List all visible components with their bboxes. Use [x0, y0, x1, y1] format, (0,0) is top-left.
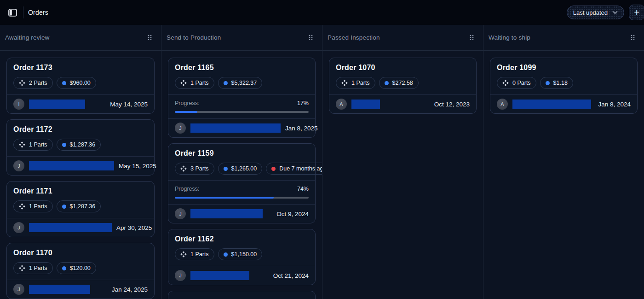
parts-count-label: 1 Parts	[29, 141, 47, 148]
sidebar-panel-icon	[8, 9, 17, 17]
parts-diamond-icon	[19, 141, 25, 148]
card-footer: J Jan 24, 2025	[7, 280, 154, 299]
parts-count-label: 2 Parts	[29, 80, 47, 86]
progress-bar-fill	[175, 197, 274, 199]
amount-label: $960.00	[70, 80, 91, 86]
parts-diamond-icon	[502, 80, 509, 86]
order-card[interactable]: Order 1165 1 Parts	[168, 58, 316, 138]
due-date-label: Oct 21, 2024	[273, 272, 309, 279]
parts-badge: 2 Parts	[13, 77, 53, 89]
order-card[interactable]: Order 1162 1 Parts	[168, 229, 316, 285]
drag-handle-icon[interactable]	[307, 33, 315, 42]
progress-percent: 17%	[297, 100, 309, 106]
avatar: J	[175, 270, 186, 281]
amount-badge: $1.18	[540, 77, 573, 89]
column-header: Waiting to ship	[483, 25, 644, 51]
avatar: I	[13, 99, 24, 110]
kanban-column: Waiting to ship Order 1099	[483, 25, 644, 299]
chevron-down-icon	[612, 11, 618, 14]
assignee-name-bar	[190, 271, 249, 280]
progress-section: Progress: 17%	[168, 95, 315, 118]
column-body: Order 1099 0 Parts	[483, 51, 644, 299]
order-card[interactable]: Order 1173 2 Parts	[6, 58, 155, 114]
sort-dropdown[interactable]: Last updated	[567, 6, 624, 19]
amount-label: $5,322.37	[231, 80, 257, 86]
column-title: Send to Production	[167, 34, 221, 41]
sidebar-toggle-button[interactable]	[6, 6, 19, 19]
drag-handle-icon[interactable]	[146, 33, 154, 42]
drag-handle-icon[interactable]	[629, 33, 637, 42]
parts-badge: 1 Parts	[336, 77, 375, 89]
progress-label: Progress:	[175, 100, 200, 106]
avatar: A	[336, 99, 347, 110]
order-title: Order 1170	[13, 249, 148, 257]
parts-badge: 1 Parts	[13, 200, 53, 212]
assignee-name-bar	[512, 100, 591, 109]
column-header: Send to Production	[161, 25, 322, 51]
parts-count-label: 1 Parts	[29, 203, 47, 210]
avatar: J	[175, 123, 186, 134]
amount-dot-icon	[62, 81, 66, 85]
amount-label: $1.18	[553, 80, 568, 86]
parts-badge: 3 Parts	[175, 163, 214, 175]
order-card[interactable]: Order 1070 1 Parts	[329, 58, 477, 114]
due-date-label: May 15, 2025	[119, 163, 156, 170]
avatar: J	[13, 284, 24, 295]
due-date-label: Jan 24, 2025	[112, 286, 148, 293]
parts-count-label: 1 Parts	[351, 80, 370, 86]
assignee-name-bar	[190, 123, 281, 133]
progress-bar-track	[175, 111, 309, 113]
avatar: J	[175, 208, 186, 219]
order-title: Order 1165	[175, 64, 309, 72]
order-title: Order 1159	[175, 149, 309, 158]
kanban-column: Send to Production Order 1165	[161, 25, 322, 299]
amount-badge: $272.58	[379, 77, 419, 89]
order-title: Order 1099	[497, 64, 631, 72]
amount-label: $1,150.00	[231, 251, 257, 258]
amount-badge: $5,322.37	[218, 77, 263, 89]
plus-icon: +	[634, 7, 639, 18]
card-footer: J May 15, 2025	[7, 157, 154, 175]
page-title: Orders	[28, 9, 48, 16]
progress-section: Progress: 74%	[168, 181, 315, 204]
amount-dot-icon	[385, 81, 389, 85]
sort-dropdown-label: Last updated	[573, 9, 608, 16]
top-bar: Orders Last updated +	[0, 0, 644, 25]
amount-label: $1,265.00	[231, 165, 257, 172]
parts-badge: 1 Parts	[13, 262, 53, 274]
topbar-divider	[23, 6, 23, 18]
order-title: Order 1172	[13, 125, 148, 134]
amount-dot-icon	[62, 205, 66, 209]
order-card[interactable]: Order 1171 1 Parts	[6, 181, 155, 237]
due-date-label: Jan 8, 2024	[598, 101, 631, 108]
order-title: Order 1173	[13, 64, 148, 72]
card-footer: J Oct 21, 2024	[168, 266, 315, 285]
avatar: J	[13, 160, 24, 171]
card-footer: A Jan 8, 2024	[490, 95, 637, 113]
parts-count-label: 1 Parts	[29, 265, 47, 271]
card-footer: I May 14, 2025	[7, 95, 154, 113]
add-order-button[interactable]: +	[629, 5, 644, 20]
order-card[interactable]: Order 1172 1 Parts	[6, 119, 155, 176]
card-footer: J Jan 8, 2025	[168, 119, 315, 137]
order-card[interactable]: Order 1099 0 Parts	[490, 58, 638, 114]
amount-badge: $1,150.00	[218, 248, 263, 260]
order-card[interactable]	[168, 291, 316, 299]
parts-count-label: 1 Parts	[190, 251, 209, 258]
order-card[interactable]: Order 1159 3 Parts	[168, 143, 316, 223]
amount-dot-icon	[224, 81, 228, 85]
kanban-column: Awaiting review Order 1173	[0, 25, 161, 299]
order-card[interactable]: Order 1170 1 Parts	[6, 243, 155, 299]
parts-diamond-icon	[19, 80, 25, 86]
assignee-name-bar	[29, 285, 90, 294]
amount-label: $120.00	[70, 265, 91, 271]
parts-count-label: 0 Parts	[512, 80, 531, 86]
assignee-name-bar	[351, 100, 380, 109]
parts-count-label: 1 Parts	[190, 80, 209, 86]
parts-badge: 1 Parts	[13, 139, 53, 151]
amount-label: $272.58	[392, 80, 413, 86]
drag-handle-icon[interactable]	[468, 33, 476, 42]
card-footer: A Oct 12, 2023	[329, 95, 476, 113]
column-body: Order 1070 1 Parts	[322, 51, 483, 299]
progress-bar-fill	[175, 111, 197, 113]
